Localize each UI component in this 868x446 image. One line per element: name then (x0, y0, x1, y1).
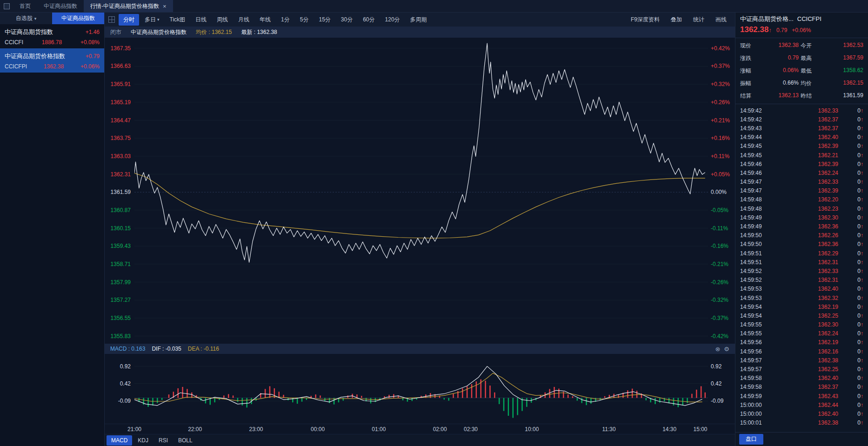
tick-time: 14:59:53 (740, 286, 771, 292)
stat-value: 1361.59 (818, 92, 863, 100)
toolbar-action[interactable]: 画线 (711, 14, 731, 26)
period-button[interactable]: 分时 (119, 14, 139, 26)
tick-row[interactable]: 14:59:501362.260↑ (740, 231, 863, 240)
tick-row[interactable]: 14:59:451362.210↑ (740, 151, 863, 160)
tick-row[interactable]: 14:59:431362.370↑ (740, 124, 863, 133)
tick-row[interactable]: 14:59:471362.330↑ (740, 178, 863, 186)
axis-label: +0.11% (711, 153, 729, 160)
axis-label: 1364.47 (111, 117, 131, 124)
tick-row[interactable]: 14:59:461362.240↑ (740, 168, 863, 177)
tick-volume-group: 0↑ (838, 241, 863, 247)
up-arrow-icon: ↑ (861, 152, 863, 159)
indicator-tab-macd[interactable]: MACD (107, 435, 132, 446)
tick-row[interactable]: 14:59:531362.320↑ (740, 293, 863, 302)
tick-row[interactable]: 14:59:571362.250↑ (740, 365, 863, 373)
watch-item-row: 中证商品期货指数+1.46 (5, 28, 100, 36)
axis-label: +0.42% (711, 45, 730, 52)
tick-row[interactable]: 14:59:561362.190↑ (740, 338, 863, 347)
period-button[interactable]: 120分 (381, 14, 405, 26)
up-arrow-icon: ↑ (861, 134, 863, 140)
macd-chart[interactable]: 0.920.42-0.09 0.920.42-0.09 (105, 354, 735, 424)
axis-label: 0.92 (711, 363, 721, 370)
period-button[interactable]: Tick图 (165, 14, 190, 26)
period-button[interactable]: 月线 (234, 14, 254, 26)
period-button[interactable]: 30分 (336, 14, 357, 26)
tick-row[interactable]: 14:59:541362.250↑ (740, 311, 863, 320)
tick-row[interactable]: 14:59:521362.330↑ (740, 266, 863, 275)
tick-volume: 0 (857, 259, 861, 266)
close-circle-icon[interactable]: ⊗ (715, 346, 720, 353)
period-label: 15分 (319, 16, 330, 24)
period-button[interactable]: 年线 (255, 14, 275, 26)
tick-volume: 0 (857, 107, 861, 114)
tick-row[interactable]: 14:59:581362.400↑ (740, 374, 863, 383)
tick-row[interactable]: 14:59:491362.300↑ (740, 213, 863, 222)
indicator-tab-rsi[interactable]: RSI (154, 435, 173, 446)
tick-row[interactable]: 14:59:501362.360↑ (740, 240, 863, 249)
tab-close-icon[interactable]: × (163, 3, 167, 10)
tick-row[interactable]: 14:59:481362.200↑ (740, 195, 863, 204)
indicator-tab-boll[interactable]: BOLL (174, 435, 197, 446)
window-tab[interactable]: 中证商品指数 (37, 0, 84, 12)
tick-volume-group: 0↑ (838, 187, 863, 194)
tick-row[interactable]: 14:59:451362.390↑ (740, 142, 863, 151)
sidebar-tab[interactable]: 自选股▾ (0, 13, 52, 24)
tick-row[interactable]: 14:59:551362.300↑ (740, 320, 863, 329)
tick-time: 14:59:58 (740, 375, 771, 381)
tick-list[interactable]: 14:59:421362.330↑14:59:421362.370↑14:59:… (735, 104, 868, 432)
period-button[interactable]: 周线 (212, 14, 233, 26)
gear-icon[interactable]: ⚙ (724, 346, 729, 353)
indicator-tab-kdj[interactable]: KDJ (133, 435, 153, 446)
period-button[interactable]: 60分 (358, 14, 379, 26)
tick-row[interactable]: 14:59:511362.310↑ (740, 258, 863, 266)
tick-row[interactable]: 14:59:511362.290↑ (740, 249, 863, 258)
sidebar-tab[interactable]: 中证商品指数 (52, 13, 104, 24)
tick-row[interactable]: 14:59:441362.400↑ (740, 133, 863, 142)
intraday-chart[interactable]: 1367.351366.631365.911365.191364.471363.… (105, 38, 735, 344)
window-tab[interactable]: 首页 (13, 0, 37, 12)
watchlist-item[interactable]: 中证商品期货价格指数+0.79CCICFPI1362.38+0.06% (0, 48, 104, 73)
tick-volume-group: 0↑ (838, 259, 863, 266)
tick-row[interactable]: 14:59:521362.310↑ (740, 276, 863, 285)
tick-volume: 0 (857, 116, 861, 123)
window-tab[interactable]: 行情-中证商品期货价格指数× (84, 0, 173, 12)
tick-row[interactable]: 14:59:481362.230↑ (740, 204, 863, 213)
up-arrow-icon: ↑ (861, 259, 863, 266)
tick-row[interactable]: 15:00:011362.380↑ (740, 419, 863, 427)
tick-row[interactable]: 14:59:581362.370↑ (740, 383, 863, 392)
period-button[interactable]: 日线 (191, 14, 211, 26)
tick-row[interactable]: 14:59:591362.430↑ (740, 392, 863, 400)
tick-row[interactable]: 14:59:421362.330↑ (740, 106, 863, 115)
axis-label: 0.42 (120, 380, 131, 387)
tick-row[interactable]: 14:59:531362.400↑ (740, 285, 863, 293)
tick-row[interactable]: 14:59:491362.360↑ (740, 222, 863, 231)
tick-row[interactable]: 14:59:461362.390↑ (740, 160, 863, 168)
tick-row[interactable]: 14:59:551362.240↑ (740, 329, 863, 338)
time-axis-label: 11:30 (602, 426, 615, 433)
tick-time: 14:59:48 (740, 196, 771, 203)
period-button[interactable]: 多周期 (406, 14, 432, 26)
tick-row[interactable]: 14:59:561362.160↑ (740, 347, 863, 356)
tick-volume: 0 (857, 321, 861, 328)
app-icon[interactable] (0, 0, 13, 12)
tick-row[interactable]: 14:59:571362.380↑ (740, 356, 863, 365)
period-button[interactable]: 1分 (276, 14, 294, 26)
tick-price: 1362.44 (771, 402, 838, 408)
tick-row[interactable]: 14:59:541362.190↑ (740, 302, 863, 311)
toolbar-action[interactable]: 叠加 (666, 14, 687, 26)
pankou-button[interactable]: 盘口 (739, 434, 763, 445)
watchlist-item[interactable]: 中证商品期货指数+1.46CCICFI1886.78+0.08% (0, 24, 104, 48)
period-button[interactable]: 15分 (314, 14, 335, 26)
tick-price: 1362.39 (771, 143, 838, 149)
period-button[interactable]: 5分 (295, 14, 314, 26)
tick-row[interactable]: 14:59:421362.370↑ (740, 115, 863, 124)
tick-row[interactable]: 15:00:001362.440↑ (740, 400, 863, 409)
toolbar-action[interactable]: 统计 (688, 14, 709, 26)
tick-row[interactable]: 15:00:001362.400↑ (740, 409, 863, 418)
tick-volume-group: 0↑ (838, 250, 863, 257)
chart-layout-icon[interactable] (108, 16, 115, 23)
tick-row[interactable]: 14:59:471362.390↑ (740, 186, 863, 195)
toolbar-action[interactable]: F9深度资料 (626, 14, 664, 26)
axis-label: 1360.15 (111, 225, 131, 232)
period-button[interactable]: 多日▾ (140, 14, 164, 26)
